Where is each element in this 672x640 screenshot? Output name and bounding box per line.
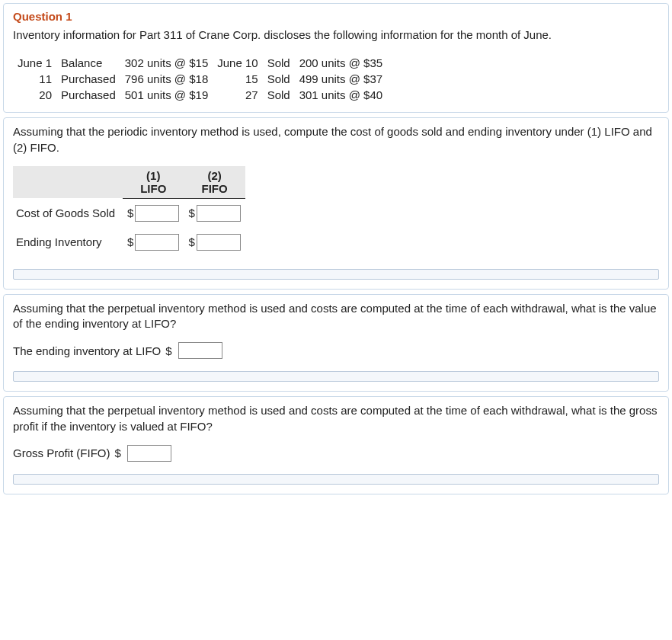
inv-detail: 796 units @ $18 [120, 71, 213, 87]
inv-action: Purchased [56, 87, 120, 103]
row-cogs-label: Cost of Goods Sold [13, 198, 123, 228]
ending-inv-lifo-label: The ending inventory at LIFO [13, 344, 161, 357]
progress-bar [13, 474, 659, 485]
perpetual-lifo-prompt: Assuming that the perpetual inventory me… [13, 301, 659, 332]
table-row: June 1 Balance 302 units @ $15 June 10 S… [13, 55, 387, 71]
inv-date: 15 [213, 71, 262, 87]
perpetual-fifo-prompt: Assuming that the perpetual inventory me… [13, 403, 659, 434]
calc-table: (1)LIFO (2)FIFO Cost of Goods Sold $ $ E… [13, 166, 245, 257]
table-row: 11 Purchased 796 units @ $18 15 Sold 499… [13, 71, 387, 87]
progress-area [13, 269, 659, 280]
inventory-table: June 1 Balance 302 units @ $15 June 10 S… [13, 55, 387, 103]
endinv-fifo-input[interactable] [197, 234, 241, 251]
currency-label: $ [127, 206, 133, 219]
gross-profit-fifo-input[interactable] [127, 445, 171, 462]
inv-action: Sold [263, 55, 295, 71]
inv-date: 20 [13, 87, 56, 103]
inv-action: Balance [56, 55, 120, 71]
col-lifo-header: (1)LIFO [123, 166, 184, 199]
inv-detail: 301 units @ $40 [295, 87, 387, 103]
currency-label: $ [165, 344, 171, 357]
table-row: Ending Inventory $ $ [13, 228, 245, 257]
currency-label: $ [188, 206, 194, 219]
currency-label: $ [115, 446, 121, 459]
inv-detail: 501 units @ $19 [120, 87, 213, 103]
inv-action: Sold [263, 71, 295, 87]
inv-date: 27 [213, 87, 262, 103]
currency-label: $ [188, 235, 194, 248]
currency-label: $ [127, 235, 133, 248]
inv-detail: 302 units @ $15 [120, 55, 213, 71]
inv-date: June 1 [13, 55, 56, 71]
question-intro: Inventory information for Part 311 of Cr… [13, 27, 659, 43]
periodic-panel: Assuming that the periodic inventory met… [3, 117, 669, 290]
inv-date: June 10 [213, 55, 262, 71]
progress-area [13, 371, 659, 382]
row-endinv-label: Ending Inventory [13, 228, 123, 257]
endinv-lifo-input[interactable] [135, 234, 179, 251]
col-fifo-header: (2)FIFO [184, 166, 245, 199]
periodic-prompt: Assuming that the periodic inventory met… [13, 124, 659, 155]
progress-area [13, 474, 659, 485]
progress-bar [13, 269, 659, 280]
question-title: Question 1 [13, 10, 659, 23]
blank-header [13, 166, 123, 199]
inv-date: 11 [13, 71, 56, 87]
cogs-fifo-input[interactable] [197, 205, 241, 222]
inv-action: Purchased [56, 71, 120, 87]
inv-action: Sold [263, 87, 295, 103]
cogs-lifo-input[interactable] [135, 205, 179, 222]
perpetual-lifo-panel: Assuming that the perpetual inventory me… [3, 294, 669, 392]
ending-inv-lifo-input[interactable] [178, 342, 222, 359]
progress-bar [13, 371, 659, 382]
question-panel: Question 1 Inventory information for Par… [3, 3, 669, 113]
perpetual-fifo-panel: Assuming that the perpetual inventory me… [3, 396, 669, 494]
table-row: Cost of Goods Sold $ $ [13, 198, 245, 228]
inv-detail: 200 units @ $35 [295, 55, 387, 71]
gross-profit-fifo-label: Gross Profit (FIFO) [13, 446, 110, 459]
inv-detail: 499 units @ $37 [295, 71, 387, 87]
table-row: 20 Purchased 501 units @ $19 27 Sold 301… [13, 87, 387, 103]
